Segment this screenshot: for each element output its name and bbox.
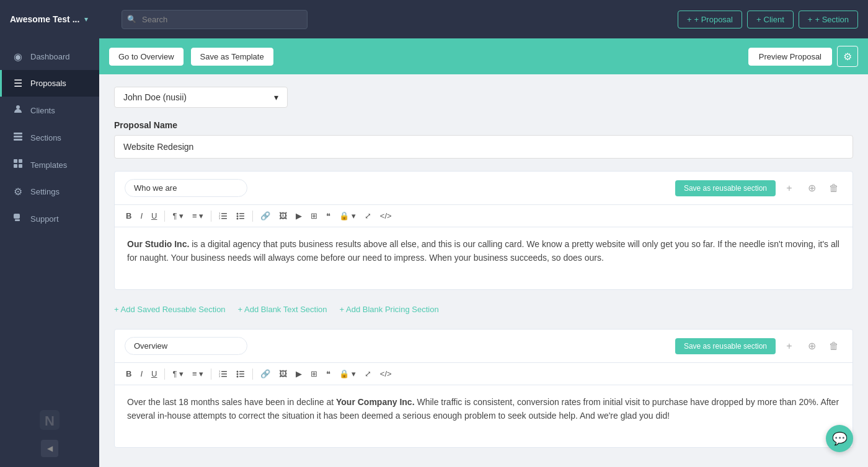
top-nav: Awesome Test ... ▾ 🔍 + + Proposal + Clie… [0, 0, 868, 38]
toolbar-ul-button[interactable] [232, 367, 249, 381]
trash-icon: 🗑 [829, 341, 839, 352]
toolbar-quote-button[interactable]: ❝ [322, 367, 334, 381]
toolbar-quote-button[interactable]: ❝ [322, 209, 334, 223]
proposal-settings-button[interactable]: ⚙ [837, 46, 858, 67]
chat-icon: 💬 [832, 431, 848, 446]
sidebar-item-proposals[interactable]: ☰ Proposals [0, 70, 99, 97]
toolbar-paragraph-button[interactable]: ¶ ▾ [169, 367, 187, 381]
toolbar-table-button[interactable]: ⊞ [307, 209, 321, 223]
add-section-button[interactable]: + + Section [799, 11, 858, 28]
sidebar-collapse-button[interactable]: ◀ [41, 440, 58, 457]
toolbar-link-button[interactable]: 🔗 [257, 209, 274, 223]
sidebar-item-clients[interactable]: Clients [0, 97, 99, 124]
settings-icon: ⚙ [12, 186, 24, 198]
section-2-move-icon-button[interactable]: ⊕ [803, 338, 820, 355]
sidebar-item-label: Templates [30, 160, 67, 170]
toolbar-underline-button[interactable]: U [148, 367, 161, 381]
client-btn-label: Client [764, 15, 784, 24]
section-1-add-icon-button[interactable]: + [781, 180, 798, 197]
toolbar-expand-button[interactable]: ⤢ [361, 367, 375, 381]
section-1-move-icon-button[interactable]: ⊕ [803, 180, 820, 197]
search-input[interactable] [122, 10, 308, 29]
proposal-name-input[interactable] [114, 135, 853, 159]
sidebar-item-sections[interactable]: Sections [0, 124, 99, 151]
add-blank-pricing-link[interactable]: + Add Blank Pricing Section [340, 305, 439, 314]
client-dropdown[interactable]: John Doe (nusii) ▾ [114, 87, 288, 108]
go-to-overview-button[interactable]: Go to Overview [109, 48, 184, 66]
section-1-delete-icon-button[interactable]: 🗑 [825, 180, 843, 197]
sidebar-item-dashboard[interactable]: ◉ Dashboard [0, 43, 99, 70]
section-2-add-icon-button[interactable]: + [781, 338, 798, 355]
toolbar-code-button[interactable]: </> [376, 209, 396, 223]
sidebar-item-label: Clients [30, 106, 55, 115]
plus-icon: + [756, 15, 761, 24]
sidebar-item-label: Support [30, 214, 59, 224]
svg-rect-4 [14, 159, 17, 163]
toolbar-bold-button[interactable]: B [122, 367, 135, 381]
section-2-title-input[interactable] [125, 337, 247, 355]
proposals-icon: ☰ [12, 77, 24, 89]
save-reusable-section-1-button[interactable]: Save as reusable section [675, 180, 776, 196]
toolbar-separator [252, 369, 253, 380]
toolbar-code-button[interactable]: </> [376, 367, 396, 381]
sidebar-item-label: Proposals [30, 79, 66, 88]
add-proposal-button[interactable]: + + Proposal [678, 11, 742, 28]
toolbar-lock-button[interactable]: 🔒 ▾ [335, 367, 360, 381]
toolbar-video-button[interactable]: ▶ [292, 209, 306, 223]
support-icon [12, 212, 24, 225]
svg-point-32 [237, 373, 239, 375]
section-2-header: Save as reusable section + ⊕ 🗑 [115, 330, 852, 363]
toolbar-align-button[interactable]: ≡ ▾ [188, 209, 207, 223]
toolbar-italic-button[interactable]: I [136, 367, 146, 381]
toolbar-table-button[interactable]: ⊞ [307, 367, 321, 381]
toolbar-ol-button[interactable]: 123 [215, 367, 231, 381]
clients-icon [12, 104, 24, 116]
svg-rect-25 [221, 373, 227, 375]
svg-rect-33 [239, 373, 244, 375]
sub-header-right: Preview Proposal ⚙ [748, 46, 858, 67]
svg-rect-1 [14, 133, 22, 134]
toolbar-bold-button[interactable]: B [122, 209, 135, 223]
svg-point-22 [237, 217, 239, 219]
toolbar-link-button[interactable]: 🔗 [257, 367, 274, 381]
proposal-btn-label: + Proposal [694, 15, 733, 24]
chat-bubble[interactable]: 💬 [826, 425, 853, 452]
toolbar-underline-button[interactable]: U [148, 209, 161, 223]
preview-proposal-button[interactable]: Preview Proposal [748, 48, 832, 66]
toolbar-expand-button[interactable]: ⤢ [361, 209, 375, 223]
add-saved-reusable-link[interactable]: + Add Saved Reusable Section [114, 305, 226, 314]
plus-icon: + [786, 341, 792, 352]
section-2-content[interactable]: Over the last 18 months sales have been … [115, 385, 852, 447]
chevron-down-icon: ▾ [274, 92, 278, 102]
sidebar-item-support[interactable]: Support [0, 205, 99, 232]
svg-rect-7 [19, 164, 22, 168]
section-1-title-input[interactable] [125, 179, 247, 197]
svg-rect-26 [221, 376, 227, 377]
section-2-delete-icon-button[interactable]: 🗑 [825, 338, 843, 355]
sidebar: ◉ Dashboard ☰ Proposals Clients Sections… [0, 38, 99, 467]
toolbar-video-button[interactable]: ▶ [292, 367, 306, 381]
toolbar-lock-button[interactable]: 🔒 ▾ [335, 209, 360, 223]
plus-icon: + [786, 183, 792, 194]
save-reusable-section-2-button[interactable]: Save as reusable section [675, 338, 776, 354]
toolbar-image-button[interactable]: 🖼 [275, 209, 291, 223]
add-blank-text-link[interactable]: + Add Blank Text Section [238, 305, 327, 314]
toolbar-ol-button[interactable]: 123 [215, 209, 231, 223]
add-client-button[interactable]: + Client [747, 11, 794, 28]
sidebar-item-settings[interactable]: ⚙ Settings [0, 178, 99, 205]
section-card-1: Save as reusable section + ⊕ 🗑 B [114, 171, 853, 290]
svg-rect-23 [239, 218, 244, 219]
toolbar-image-button[interactable]: 🖼 [275, 367, 291, 381]
save-as-template-button[interactable]: Save as Template [191, 48, 273, 66]
page-content: John Doe (nusii) ▾ Proposal Name Save as… [99, 74, 868, 467]
toolbar-italic-button[interactable]: I [136, 209, 146, 223]
sidebar-item-label: Sections [30, 133, 61, 142]
section-1-content[interactable]: Our Studio Inc. is a digital agency that… [115, 227, 852, 289]
toolbar-ul-button[interactable] [232, 209, 249, 223]
svg-rect-24 [221, 371, 227, 372]
toolbar-paragraph-button[interactable]: ¶ ▾ [169, 209, 187, 223]
app-title: Awesome Test ... [10, 14, 79, 24]
toolbar-align-button[interactable]: ≡ ▾ [188, 367, 207, 381]
sidebar-item-templates[interactable]: Templates [0, 151, 99, 178]
section-1-toolbar: B I U ¶ ▾ ≡ ▾ 123 🔗 🖼 ▶ [115, 205, 852, 227]
